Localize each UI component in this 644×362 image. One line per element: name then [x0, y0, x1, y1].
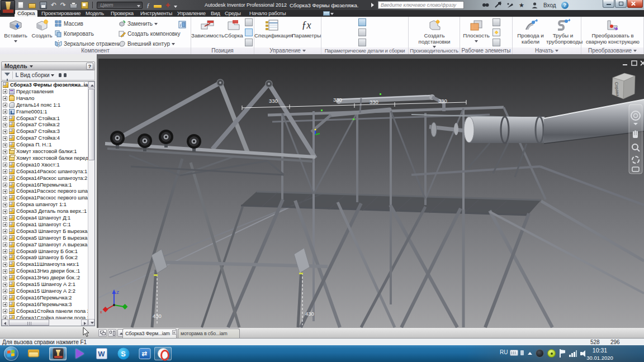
- assemble-button[interactable]: Сборка: [224, 18, 243, 39]
- expand-icon[interactable]: [3, 143, 7, 147]
- taskbar-item-opera[interactable]: [154, 347, 172, 360]
- expand-icon[interactable]: [3, 156, 7, 160]
- weldment-button[interactable]: Преобразовать всварную конструкцию: [583, 18, 643, 45]
- print-icon[interactable]: [70, 3, 77, 8]
- expand-icon[interactable]: [3, 130, 7, 134]
- expand-icon[interactable]: [3, 89, 7, 94]
- ribbon-tab-6[interactable]: Управление: [174, 10, 209, 17]
- ribbon-tab-7[interactable]: Вид: [208, 10, 223, 17]
- tray-app-icon[interactable]: [536, 349, 544, 358]
- parameters-button[interactable]: ƒxПараметры: [292, 18, 321, 39]
- ribbon-tab-1[interactable]: Сборка: [15, 10, 37, 17]
- toolbar-overflow-icon[interactable]: [174, 6, 177, 8]
- ribbon-group-label[interactable]: Управление: [254, 47, 321, 54]
- application-menu-button[interactable]: [1, 0, 15, 15]
- expand-icon[interactable]: [3, 96, 7, 101]
- expand-icon[interactable]: [3, 249, 7, 254]
- save-icon[interactable]: [40, 2, 47, 9]
- equals-icon[interactable]: [154, 5, 162, 8]
- expand-icon[interactable]: [3, 263, 7, 267]
- navigation-bar[interactable]: [629, 104, 642, 174]
- create-component-button[interactable]: Создать: [30, 18, 54, 39]
- color-combo[interactable]: Цвет: [97, 2, 143, 9]
- doc-tab-2[interactable]: моторама в сбо...iam: [178, 328, 240, 338]
- chevron-down-icon[interactable]: [51, 74, 54, 77]
- expand-icon[interactable]: [3, 269, 7, 274]
- shrinkwrap-button[interactable]: Внешний контур: [119, 40, 175, 49]
- expand-icon[interactable]: [3, 256, 7, 260]
- ribbon-tab-4[interactable]: Проверка: [108, 10, 136, 17]
- work-features-stack[interactable]: [493, 18, 501, 49]
- filter-label[interactable]: Вид сборки: [20, 72, 50, 78]
- ribbon-display-icon[interactable]: [323, 11, 330, 16]
- close-tab-icon[interactable]: [172, 330, 177, 335]
- expand-icon[interactable]: [3, 176, 7, 180]
- expand-icon[interactable]: [3, 196, 7, 201]
- star-icon[interactable]: ★: [519, 2, 526, 9]
- expand-icon[interactable]: [3, 123, 7, 127]
- view-cube[interactable]: Справа: [612, 73, 635, 99]
- undo-icon[interactable]: ↶: [51, 2, 56, 9]
- expand-icon[interactable]: [3, 289, 7, 293]
- copy-button[interactable]: Копировать: [55, 30, 94, 39]
- plane-button[interactable]: Плоскость: [461, 18, 491, 42]
- action-center-icon[interactable]: [559, 349, 566, 358]
- close-button[interactable]: [627, 0, 643, 8]
- expand-icon[interactable]: [3, 103, 7, 107]
- satellite-icon[interactable]: [506, 2, 514, 9]
- restore-button[interactable]: [615, 0, 627, 8]
- expand-icon[interactable]: [3, 109, 7, 114]
- ribbon-tab-9[interactable]: Начало работы: [247, 10, 288, 17]
- minimize-button[interactable]: [603, 0, 614, 8]
- taskbar-item-autodesk-inventor[interactable]: [49, 347, 67, 360]
- ribbon-tab-5[interactable]: Инструменты: [138, 10, 175, 17]
- expand-icon[interactable]: [3, 216, 7, 221]
- expand-icon[interactable]: [3, 296, 7, 300]
- taskbar-clock[interactable]: 10:31 30.01.2020: [580, 347, 619, 361]
- replace-button[interactable]: Заменить: [119, 20, 158, 28]
- taskbar-item-word[interactable]: W: [93, 347, 110, 360]
- expand-icon[interactable]: [3, 222, 7, 227]
- cables-button[interactable]: Провода икабели: [515, 18, 546, 45]
- find-icon[interactable]: [59, 73, 67, 78]
- tray-expand-icon[interactable]: [528, 352, 532, 355]
- browser-header[interactable]: Модель ?: [1, 61, 95, 70]
- expand-icon[interactable]: [3, 302, 7, 307]
- expand-icon[interactable]: [3, 136, 7, 141]
- sign-in-label[interactable]: Вход: [543, 2, 556, 8]
- viewport[interactable]: Z x Справа: [97, 54, 644, 328]
- expand-icon[interactable]: [3, 209, 7, 214]
- ribbon-tab-2[interactable]: Проектирование: [39, 10, 83, 17]
- expand-icon[interactable]: [3, 229, 7, 234]
- search-icon[interactable]: [482, 2, 489, 9]
- tree-horizontal-scrollbar[interactable]: [2, 319, 88, 326]
- tray-mini-icon[interactable]: [520, 350, 524, 355]
- network-icon[interactable]: [569, 350, 577, 357]
- expand-icon[interactable]: [3, 189, 7, 194]
- ribbon-tab-3[interactable]: Модель: [83, 10, 107, 17]
- expand-icon[interactable]: [3, 169, 7, 174]
- taskbar-item-media-player[interactable]: [71, 347, 88, 360]
- fx-icon[interactable]: ƒ: [146, 2, 150, 8]
- mirror-button[interactable]: Зеркальное отражение: [55, 40, 124, 49]
- tubes-button[interactable]: Трубы итрубопроводы: [546, 18, 580, 45]
- expand-icon[interactable]: [3, 236, 7, 240]
- bom-button[interactable]: Спецификация: [254, 18, 289, 39]
- taskbar-item-teamviewer[interactable]: ⇄: [136, 347, 153, 360]
- export-icon[interactable]: [81, 2, 88, 9]
- taskbar-item-windows-explorer[interactable]: [25, 347, 42, 360]
- tray-green-icon[interactable]: [547, 349, 556, 358]
- arrange-windows-icon[interactable]: [98, 329, 107, 337]
- filter-icon[interactable]: [4, 73, 10, 76]
- ribbon-group-label[interactable]: Преобразование: [581, 47, 643, 54]
- tile-windows-icon[interactable]: [108, 329, 116, 337]
- make-layout-button[interactable]: Создать компоновку: [119, 30, 181, 39]
- expand-icon[interactable]: [3, 203, 7, 207]
- ribbon-tab-8[interactable]: Среды: [222, 10, 244, 17]
- new-file-icon[interactable]: [18, 2, 23, 8]
- position-tools-stack[interactable]: [245, 18, 254, 49]
- ribbon-group-label[interactable]: Начать: [513, 47, 581, 54]
- expand-icon[interactable]: [3, 183, 7, 187]
- expand-icon[interactable]: [3, 150, 7, 154]
- user-icon[interactable]: [531, 2, 538, 9]
